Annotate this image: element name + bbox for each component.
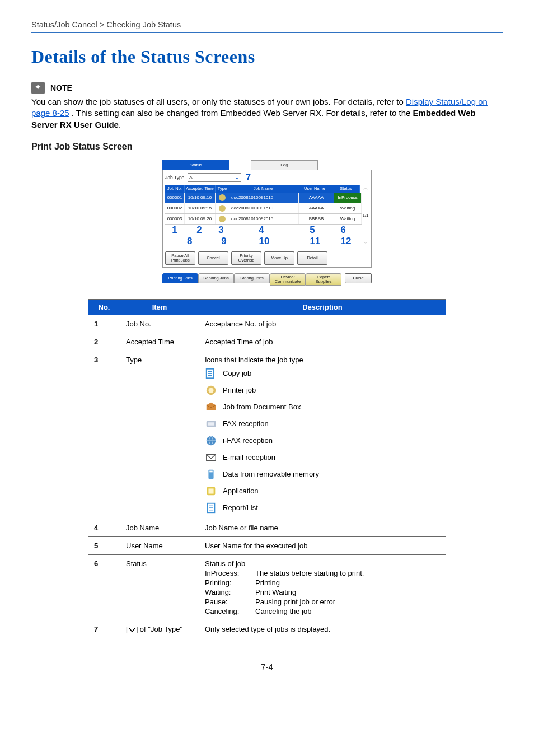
tab-printing-jobs[interactable]: Printing Jobs [162,273,198,283]
pause-all-button[interactable]: Pause All Print Jobs [165,251,195,265]
move-up-button[interactable]: Move Up [264,251,294,265]
printer-icon [219,194,226,201]
callout-7: 7 [246,172,251,183]
type-docbox: Job from Document Box [223,403,301,411]
callout-4: 4 [228,225,295,236]
cancel-button[interactable]: Cancel [198,251,228,265]
col-type[interactable]: Type [216,185,229,193]
callout-11: 11 [298,236,332,247]
page-title: Details of the Status Screens [31,46,503,67]
page-down-icon[interactable]: ﹀ [363,238,369,248]
svg-rect-7 [208,422,214,426]
def-waiting-v: Print Waiting [255,588,440,596]
printer-icon [219,205,226,212]
cell-desc: Acceptance No. of job [199,315,446,333]
cell-item: [] of "Job Type" [120,620,199,638]
table-row: 4 Job Name Job Name or file name [88,519,446,536]
table-row: 5 User Name User Name for the executed j… [88,536,446,554]
type-email: E-mail reception [223,453,275,461]
table-row: 6 Status Status of job InProcess:The sta… [88,554,446,620]
copy-job-icon [205,367,217,380]
status-lead: Status of job [205,559,245,568]
cell-status: Waiting [334,203,362,213]
section-heading: Print Job Status Screen [31,142,503,152]
cell-item: Status [120,554,199,620]
cell-time: 10/10 09:15 [185,203,216,213]
cell-desc: Only selected type of jobs is displayed. [199,620,446,638]
job-type-dropdown[interactable]: All ⌄ [188,173,241,182]
th-desc: Description [199,299,446,315]
cell-no: 3 [88,351,120,519]
callout-1: 1 [165,225,184,236]
table-row: 2 Accepted Time Accepted Time of job [88,333,446,351]
cell-name: doc20081010091015 [229,193,299,203]
document-box-icon [205,401,217,413]
cell-no: 6 [88,554,120,620]
table-row: 1 Job No. Acceptance No. of job [88,315,446,333]
callout-3: 3 [214,225,228,236]
col-status[interactable]: Status [332,185,360,193]
status-screen-mock: Status Log Job Type All ⌄ 7 Job No. [162,160,372,286]
cell-user: AAAAA [299,203,334,213]
note-icon [31,82,45,94]
def-cancel-v: Canceling the job [255,607,440,615]
col-jobname[interactable]: Job Name [229,185,297,193]
callout-6: 6 [330,225,357,236]
cell-no: 4 [88,519,120,536]
callout-10: 10 [231,236,298,247]
cell-item: Job Name [120,519,199,536]
job-type-value: All [189,175,194,180]
breadcrumb: Status/Job Cancel > Checking Job Status [31,20,503,29]
priority-override-button[interactable]: Priority Override [231,251,261,265]
item7-suffix: ] of "Job Type" [136,625,182,633]
cell-desc: Accepted Time of job [199,333,446,351]
callout-5: 5 [295,225,330,236]
pager: ︿ 1/1 ﹀ [362,183,369,248]
tab-log[interactable]: Log [251,160,318,170]
cell-item: Job No. [120,315,199,333]
callout-12: 12 [332,236,359,247]
callout-empty [165,236,184,247]
cell-type [216,214,229,224]
def-printing-v: Printing [255,578,440,587]
close-button[interactable]: Close [345,273,372,283]
cell-status: Waiting [334,214,362,224]
cell-no: 5 [88,536,120,554]
tab-device-communicate[interactable]: Device/ Communicate [270,273,306,286]
type-ifax: i-FAX reception [223,436,273,445]
def-printing-k: Printing: [205,578,255,587]
table-row[interactable]: 000002 10/10 09:15 doc20081010091510 AAA… [165,203,362,214]
cell-no: 1 [88,315,120,333]
detail-button[interactable]: Detail [297,251,327,265]
table-row: 7 [] of "Job Type" Only selected type of… [88,620,446,638]
tab-storing-jobs[interactable]: Storing Jobs [234,273,270,283]
page-up-icon[interactable]: ︿ [363,183,369,193]
cell-user: BBBBB [299,214,334,224]
cell-desc: Job Name or file name [199,519,446,536]
def-pause-k: Pause: [205,598,255,606]
callout-9: 9 [217,236,231,247]
col-jobno[interactable]: Job No. [165,185,185,193]
def-waiting-k: Waiting: [205,588,255,596]
svg-rect-11 [209,470,213,472]
cell-status: InProcess [334,193,362,203]
col-accepted-time[interactable]: Accepted Time [185,185,216,193]
th-no: No. [88,299,120,315]
table-row[interactable]: 000003 10/10 09:20 doc20081010092015 BBB… [165,214,362,225]
ifax-reception-icon [205,435,217,447]
cell-user: AAAAA [299,193,334,203]
tab-sending-jobs[interactable]: Sending Jobs [198,273,234,283]
cell-name: doc20081010091510 [229,203,299,213]
table-row[interactable]: 000001 10/10 09:10 doc20081010091015 AAA… [165,193,362,203]
cell-item: Type [120,351,199,519]
note-trail: . [119,120,121,129]
type-report: Report/List [223,503,258,512]
col-username[interactable]: User Name [297,185,332,193]
svg-rect-13 [208,488,213,493]
tab-paper-supplies[interactable]: Paper/ Supplies [306,273,341,286]
def-pause-v: Pausing print job or error [255,598,440,606]
note-text-1: You can show the job statuses of all use… [31,97,406,106]
cell-type [216,203,229,213]
tab-status[interactable]: Status [162,160,229,170]
type-fax: FAX reception [223,419,269,428]
